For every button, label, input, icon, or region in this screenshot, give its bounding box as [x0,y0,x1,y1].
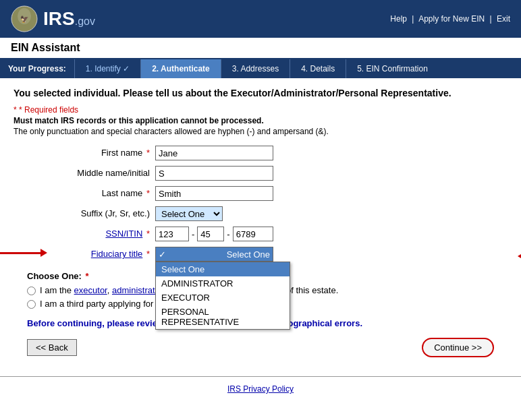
first-name-label: First name * [54,146,155,158]
irs-wordmark: IRS [43,8,75,29]
fiduciary-checkmark: ✓ [159,249,166,260]
radio-executor[interactable] [27,287,36,295]
fiduciary-dropdown-container: ✓ Select One Select One ADMINISTRATOR EX… [155,247,273,262]
arrow-container [518,252,521,260]
step-addresses-label: 3. Addresses [232,64,279,73]
arrow-head-right [518,252,521,260]
last-name-row: Last name * [54,186,508,201]
exit-link[interactable]: Exit [497,14,510,24]
fiduciary-label: Fiduciary title * [54,247,155,259]
progress-step-addresses[interactable]: 3. Addresses [221,59,290,78]
sep2: | [490,14,492,24]
suffix-label: Suffix (Jr, Sr, etc.) [54,206,155,218]
ssn-sep1: - [192,229,194,239]
irs-gov-text: .gov [75,16,95,27]
required-note: * * Required fields [13,105,508,115]
step-confirmation-label: 5. EIN Confirmation [357,64,428,73]
progress-step-identify[interactable]: 1. Identify ✓ [74,59,140,78]
continue-button[interactable]: Continue >> [422,338,494,357]
punctuation-note: The only punctuation and special charact… [13,127,508,136]
ssn-group: - - [155,227,273,241]
suffix-select[interactable]: Select One Jr Sr II III [155,206,223,221]
back-button[interactable]: << Back [27,339,77,356]
radio-third-party[interactable] [27,300,36,309]
fiduciary-selected-label: Select One [227,249,270,260]
ssn-row: SSN/ITIN * - - [54,227,508,241]
middle-name-input[interactable] [155,166,273,181]
ein-assistant-bar: EIN Assistant [0,38,521,59]
action-bar: << Back Continue >> [27,338,494,357]
last-name-label: Last name * [54,186,155,198]
header-links: Help | Apply for New EIN | Exit [390,14,510,24]
choose-one-required: * [86,271,89,281]
fiduciary-link[interactable]: Fiduciary title [91,249,143,259]
irs-eagle-icon: 🦅 [11,5,38,32]
help-link[interactable]: Help [390,14,407,24]
executor-link[interactable]: executor [74,285,107,295]
main-content: You selected individual. Please tell us … [0,78,521,376]
ssn-required: * [144,229,150,239]
fiduciary-option-administrator[interactable]: ADMINISTRATOR [156,276,290,291]
suffix-row: Suffix (Jr, Sr, etc.) Select One Jr Sr I… [54,206,508,221]
fiduciary-option-personal-rep[interactable]: PERSONAL REPRESENTATIVE [156,305,290,329]
progress-step-confirmation[interactable]: 5. EIN Confirmation [346,59,439,78]
step-details-label: 4. Details [301,64,335,73]
red-arrow-left [0,252,40,254]
fiduciary-dropdown-menu: Select One ADMINISTRATOR EXECUTOR PERSON… [155,262,290,330]
progress-label: Your Progress: [0,59,74,78]
arrow-head-left [40,249,47,257]
svg-text:🦅: 🦅 [20,15,29,24]
last-name-required: * [144,188,150,198]
page-title: You selected individual. Please tell us … [13,88,508,98]
fiduciary-option-select-one[interactable]: Select One [156,262,290,276]
fiduciary-required: * [144,249,150,259]
progress-step-details[interactable]: 4. Details [290,59,346,78]
red-arrow-right [518,252,521,260]
ssn-part3-input[interactable] [233,227,273,241]
fiduciary-option-executor[interactable]: EXECUTOR [156,291,290,305]
middle-name-row: Middle name/initial [54,166,508,181]
ssn-part1-input[interactable] [155,227,189,241]
ssn-link[interactable]: SSN/ITIN [105,229,142,239]
footer: IRS Privacy Policy [0,376,521,400]
ssn-part2-input[interactable] [197,227,224,241]
progress-bar: Your Progress: 1. Identify ✓ 2. Authenti… [0,59,521,78]
arrow-line-left [0,252,40,254]
required-star: * [13,105,19,115]
first-name-input[interactable] [155,146,273,160]
progress-step-authenticate[interactable]: 2. Authenticate [140,59,221,78]
first-name-row: First name * [54,146,508,160]
step-identify-label: 1. Identify ✓ [86,64,130,73]
ssn-label: SSN/ITIN * [54,227,155,239]
header-logo: 🦅 IRS.gov [11,5,95,32]
header: 🦅 IRS.gov Help | Apply for New EIN | Exi… [0,0,521,38]
required-text: * Required fields [19,105,78,115]
last-name-input[interactable] [155,186,273,201]
step-authenticate-label: 2. Authenticate [152,64,210,73]
ein-assistant-title: EIN Assistant [11,42,80,53]
first-name-required: * [144,148,150,158]
ssn-sep2: - [227,229,229,239]
apply-ein-link[interactable]: Apply for New EIN [418,14,485,24]
sep1: | [412,14,414,24]
form-table: First name * Middle name/initial Last na… [54,146,508,262]
must-match-note: Must match IRS records or this applicati… [13,116,508,125]
middle-name-label: Middle name/initial [54,166,155,178]
fiduciary-dropdown[interactable]: ✓ Select One [155,247,273,262]
logo-text: IRS.gov [43,8,95,30]
fiduciary-row: Fiduciary title * ✓ Select One Select On… [54,247,508,262]
privacy-policy-link[interactable]: IRS Privacy Policy [227,384,294,394]
